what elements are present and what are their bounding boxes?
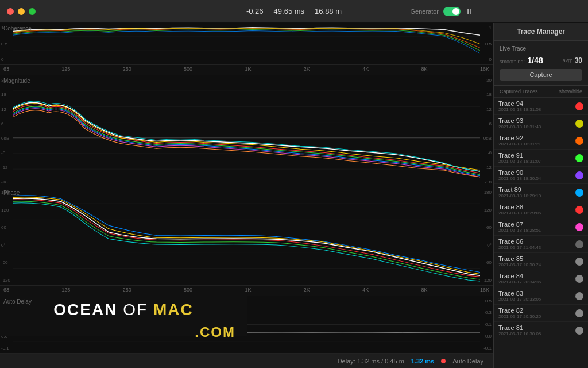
trace-item[interactable]: Tract 892021-03-18 18:29:10 bbox=[494, 184, 588, 201]
trace-date: 2021-03-18 18:31:21 bbox=[498, 141, 575, 147]
metric2: 49.65 ms bbox=[274, 7, 304, 16]
trace-color-button[interactable] bbox=[575, 189, 583, 197]
measurement-info: -0.26 49.65 ms 16.88 m bbox=[246, 7, 342, 16]
minimize-button[interactable] bbox=[18, 8, 25, 15]
metric3: 16.88 m bbox=[315, 7, 342, 16]
trace-color-button[interactable] bbox=[575, 171, 583, 179]
trace-info: Trace 832021-03-17 20:33:05 bbox=[498, 290, 575, 302]
trace-item[interactable]: Trace 842021-03-17 20:34:36 bbox=[494, 270, 588, 288]
trace-name: Trace 83 bbox=[498, 290, 575, 297]
trace-name: Trace 88 bbox=[498, 204, 575, 210]
trace-color-button[interactable] bbox=[575, 240, 583, 248]
trace-color-button[interactable] bbox=[575, 292, 583, 300]
watermark-com: .COM bbox=[195, 324, 235, 340]
coherence-y-right: 10.50 bbox=[480, 23, 493, 64]
trace-name: Trace 94 bbox=[498, 100, 575, 107]
avg-label: avg: bbox=[563, 57, 572, 63]
magnitude-chart bbox=[13, 75, 480, 187]
trace-manager-title: Trace Manager bbox=[494, 23, 588, 41]
trace-info: Trace 902021-03-18 18:30:54 bbox=[498, 169, 575, 181]
magnitude-label: Magnitude bbox=[3, 78, 30, 84]
trace-manager: Trace Manager Live Trace smoothing: 1/48… bbox=[493, 23, 588, 368]
trace-date: 2021-03-18 18:31:58 bbox=[498, 107, 575, 112]
trace-color-button[interactable] bbox=[575, 309, 583, 317]
maximize-button[interactable] bbox=[29, 8, 36, 15]
trace-item[interactable]: Trace 832021-03-17 20:33:05 bbox=[494, 288, 588, 305]
trace-item[interactable]: Trace 812021-03-17 16:30:08 bbox=[494, 322, 588, 339]
phase-chart bbox=[13, 187, 480, 285]
capture-button[interactable]: Capture bbox=[500, 69, 582, 80]
magnitude-panel: Magnitude 30181260dB-6-12-18 30181260dB-… bbox=[0, 75, 493, 187]
trace-name: Trace 85 bbox=[498, 255, 575, 262]
chart-area: Coherence 10.50 10.50 631252505001K2K4K bbox=[0, 23, 493, 368]
generator-toggle[interactable] bbox=[443, 7, 461, 16]
titlebar: -0.26 49.65 ms 16.88 m Generator ⏸ bbox=[0, 0, 588, 23]
trace-item[interactable]: Trace 862021-03-17 21:04:43 bbox=[494, 236, 588, 253]
impulse-y-right: 0.50.30.10.0-0.1 bbox=[480, 296, 493, 353]
trace-color-button[interactable] bbox=[575, 206, 583, 214]
trace-date: 2021-03-17 20:50:24 bbox=[498, 262, 575, 267]
trace-name: Tract 89 bbox=[498, 186, 575, 193]
trace-item[interactable]: Trace 912021-03-18 18:31:07 bbox=[494, 150, 588, 167]
status-bar: Delay: 1.32 ms / 0.45 m 1.32 ms Auto Del… bbox=[0, 354, 493, 368]
trace-name: Trace 92 bbox=[498, 135, 575, 141]
window-controls bbox=[7, 8, 36, 15]
generator-label: Generator bbox=[410, 8, 439, 15]
trace-color-button[interactable] bbox=[575, 154, 583, 162]
trace-date: 2021-03-18 18:31:07 bbox=[498, 159, 575, 164]
trace-name: Trace 93 bbox=[498, 117, 575, 124]
trace-name: Trace 82 bbox=[498, 307, 575, 314]
trace-color-button[interactable] bbox=[575, 120, 583, 128]
smoothing-label: smoothing: bbox=[500, 59, 525, 64]
watermark-mac: MAC bbox=[153, 301, 194, 319]
trace-item[interactable]: Trace 932021-03-18 18:31:43 bbox=[494, 115, 588, 132]
trace-color-button[interactable] bbox=[575, 275, 583, 283]
trace-item[interactable]: Trace 872021-03-18 18:28:51 bbox=[494, 218, 588, 236]
trace-date: 2021-03-17 20:34:36 bbox=[498, 279, 575, 285]
live-trace-section: Live Trace smoothing: 1/48 avg: 30 Captu… bbox=[494, 41, 588, 86]
trace-info: Trace 862021-03-17 21:04:43 bbox=[498, 238, 575, 250]
trace-date: 2021-03-17 16:30:08 bbox=[498, 331, 575, 336]
avg-value: 30 bbox=[575, 56, 582, 64]
trace-item[interactable]: Trace 942021-03-18 18:31:58 bbox=[494, 98, 588, 115]
trace-name: Trace 91 bbox=[498, 152, 575, 159]
trace-info: Trace 912021-03-18 18:31:07 bbox=[498, 152, 575, 164]
watermark-of bbox=[117, 301, 123, 319]
delay-label: Delay: 1.32 ms / 0.45 m bbox=[338, 358, 404, 365]
pause-button[interactable]: ⏸ bbox=[465, 7, 473, 16]
trace-date: 2021-03-17 20:33:05 bbox=[498, 297, 575, 302]
impulse-panel: Auto Delay 0.50.30.10.0-0.1 0.50.30.10.0… bbox=[0, 296, 493, 354]
watermark: OCEAN OF MAC .COM bbox=[0, 296, 247, 336]
trace-date: 2021-03-18 18:30:54 bbox=[498, 176, 575, 181]
trace-color-button[interactable] bbox=[575, 137, 583, 145]
trace-name: Trace 87 bbox=[498, 221, 575, 228]
trace-name: Trace 86 bbox=[498, 238, 575, 245]
trace-color-button[interactable] bbox=[575, 223, 583, 231]
smoothing-group: smoothing: 1/48 bbox=[500, 55, 543, 66]
trace-item[interactable]: Trace 882021-03-18 18:29:06 bbox=[494, 201, 588, 218]
trace-date: 2021-03-18 18:31:43 bbox=[498, 124, 575, 129]
delay-value: 1.32 ms bbox=[411, 358, 434, 365]
watermark-of3 bbox=[148, 301, 153, 319]
trace-info: Trace 872021-03-18 18:28:51 bbox=[498, 221, 575, 233]
trace-name: Trace 90 bbox=[498, 169, 575, 176]
metric1: -0.26 bbox=[246, 7, 264, 16]
trace-date: 2021-03-17 21:04:43 bbox=[498, 245, 575, 250]
trace-color-button[interactable] bbox=[575, 258, 583, 266]
trace-item[interactable]: Trace 852021-03-17 20:50:24 bbox=[494, 253, 588, 270]
freq-axis-top: 631252505001K2K4K8K16K bbox=[0, 65, 493, 75]
close-button[interactable] bbox=[7, 8, 14, 15]
trace-info: Trace 822021-03-17 20:30:25 bbox=[498, 307, 575, 319]
trace-color-button[interactable] bbox=[575, 327, 583, 335]
coherence-chart bbox=[13, 23, 480, 64]
trace-info: Trace 942021-03-18 18:31:58 bbox=[498, 100, 575, 112]
trace-item[interactable]: Trace 922021-03-18 18:31:21 bbox=[494, 132, 588, 150]
trace-item[interactable]: Trace 822021-03-17 20:30:25 bbox=[494, 305, 588, 322]
trace-color-button[interactable] bbox=[575, 102, 583, 110]
impulse-label: Auto Delay bbox=[3, 298, 32, 305]
captured-traces-header: Captured Traces show/hide bbox=[494, 86, 588, 98]
trace-item[interactable]: Trace 902021-03-18 18:30:54 bbox=[494, 167, 588, 184]
phase-panel: Phase 180120600°-60-120 180120600°-60-12… bbox=[0, 187, 493, 286]
captured-traces-label: Captured Traces bbox=[500, 89, 538, 94]
trace-info: Trace 922021-03-18 18:31:21 bbox=[498, 135, 575, 147]
